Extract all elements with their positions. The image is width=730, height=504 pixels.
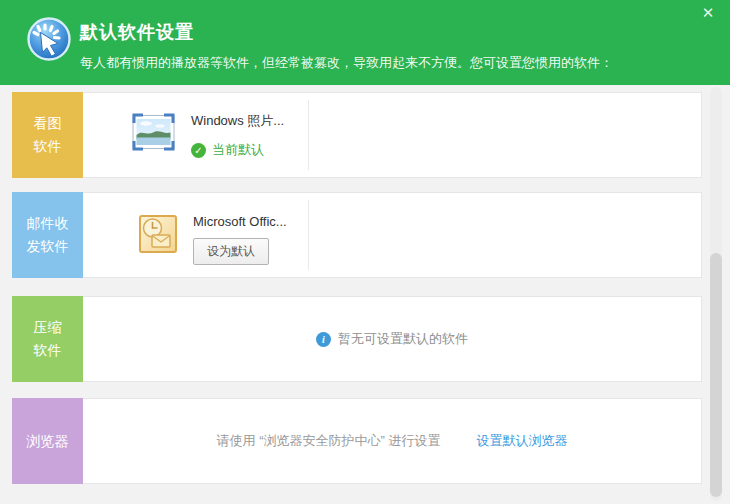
browser-notice-text: 请使用 “浏览器安全防护中心” 进行设置 — [217, 432, 441, 450]
row-content: i 暂无可设置默认的软件 — [83, 297, 701, 381]
outlook-icon — [138, 213, 178, 255]
row-browser: 浏览器 请使用 “浏览器安全防护中心” 进行设置 设置默认浏览器 — [12, 398, 702, 484]
scrollbar-track[interactable] — [710, 87, 722, 501]
label-line: 压缩 — [34, 316, 62, 339]
check-icon: ✓ — [191, 143, 206, 158]
set-default-browser-link[interactable]: 设置默认浏览器 — [476, 432, 567, 450]
column-divider — [308, 100, 309, 170]
empty-text: 暂无可设置默认的软件 — [338, 330, 468, 348]
info-icon: i — [316, 332, 331, 347]
label-line: 看图 — [34, 112, 62, 135]
item-outlook: Microsoft Offic... 设为默认 — [193, 214, 287, 265]
item-name: Microsoft Offic... — [193, 214, 287, 229]
status-text: 当前默认 — [212, 141, 264, 159]
row-content: Windows 照片... ✓ 当前默认 — [83, 93, 701, 177]
label-line: 浏览器 — [27, 430, 69, 453]
item-photo-viewer: Windows 照片... ✓ 当前默认 — [191, 112, 284, 159]
set-default-button[interactable]: 设为默认 — [193, 238, 269, 265]
label-line: 邮件收 — [27, 212, 69, 235]
windows-photo-viewer-icon — [131, 112, 176, 152]
category-label-browser: 浏览器 — [12, 398, 83, 484]
scrollbar-thumb[interactable] — [710, 253, 722, 497]
row-image-viewer: 看图 软件 — [12, 92, 702, 178]
row-archiver: 压缩 软件 i 暂无可设置默认的软件 — [12, 296, 702, 382]
row-content: Microsoft Offic... 设为默认 — [83, 193, 701, 277]
row-content: 请使用 “浏览器安全防护中心” 进行设置 设置默认浏览器 — [83, 399, 701, 483]
item-name: Windows 照片... — [191, 112, 284, 130]
label-line: 发软件 — [27, 235, 69, 258]
default-software-settings-window: 默认软件设置 每人都有惯用的播放器等软件，但经常被篡改，导致用起来不方便。您可设… — [0, 0, 730, 504]
category-label-email: 邮件收 发软件 — [12, 192, 83, 278]
page-title: 默认软件设置 — [80, 20, 613, 44]
label-line: 软件 — [34, 135, 62, 158]
current-default-status: ✓ 当前默认 — [191, 141, 284, 159]
label-line: 软件 — [34, 339, 62, 362]
category-label-archiver: 压缩 软件 — [12, 296, 83, 382]
empty-state: i 暂无可设置默认的软件 — [83, 297, 701, 381]
row-email-client: 邮件收 发软件 — [12, 192, 702, 278]
dialog-header: 默认软件设置 每人都有惯用的播放器等软件，但经常被篡改，导致用起来不方便。您可设… — [0, 0, 730, 85]
app-logo-click-icon — [26, 16, 72, 62]
close-icon[interactable]: ✕ — [697, 2, 719, 24]
column-divider — [308, 200, 309, 270]
page-subtitle: 每人都有惯用的播放器等软件，但经常被篡改，导致用起来不方便。您可设置您惯用的软件… — [80, 54, 613, 72]
category-label-image-viewer: 看图 软件 — [12, 92, 83, 178]
